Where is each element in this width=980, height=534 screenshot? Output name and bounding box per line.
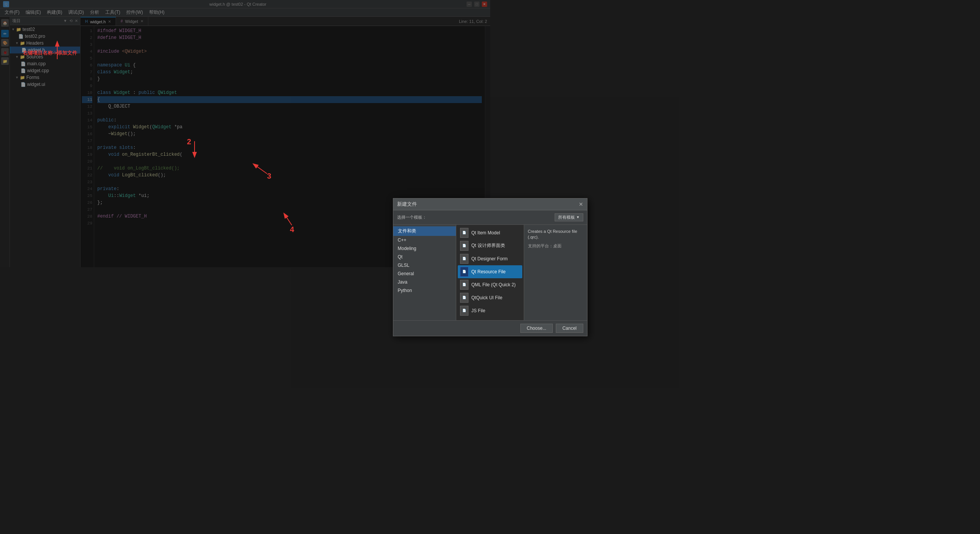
dialog-file-qt-resource[interactable]: 📄 Qt Resource File [458, 265, 491, 268]
dialog-file-qt-designer-form[interactable]: 📄 Qt Designer Form [458, 252, 491, 265]
dialog-categories: 文件和类 C++ Modeling Qt GLSL General Java P… [393, 225, 456, 268]
dialog-file-qt-item-model[interactable]: 📄 Qt Item Model [458, 226, 491, 239]
dialog-file-list: 📄 Qt Item Model 📄 Qt 设计师界面类 📄 Qt Designe… [456, 225, 491, 268]
dialog-body: 文件和类 C++ Modeling Qt GLSL General Java P… [393, 225, 491, 268]
dialog-cat-cpp[interactable]: C++ [393, 236, 456, 244]
dialog-cat-files-classes[interactable]: 文件和类 [393, 226, 456, 236]
dialog-title-bar: 新建文件 ✕ [393, 198, 491, 210]
dialog-overlay: 新建文件 ✕ 选择一个模板： 所有模板 ▼ 文件和类 C++ Modeling … [0, 0, 490, 267]
dialog-filter-row: 选择一个模板： 所有模板 ▼ [393, 210, 491, 225]
dialog-cat-qt[interactable]: Qt [393, 253, 456, 261]
dialog-title-text: 新建文件 [397, 201, 417, 208]
new-file-dialog: 新建文件 ✕ 选择一个模板： 所有模板 ▼ 文件和类 C++ Modeling … [393, 198, 491, 268]
dialog-cat-modeling[interactable]: Modeling [393, 244, 456, 253]
dialog-file-qt-designer-class[interactable]: 📄 Qt 设计师界面类 [458, 239, 491, 252]
dialog-cat-glsl[interactable]: GLSL [393, 261, 456, 268]
dialog-filter-label: 选择一个模板： [397, 215, 426, 220]
